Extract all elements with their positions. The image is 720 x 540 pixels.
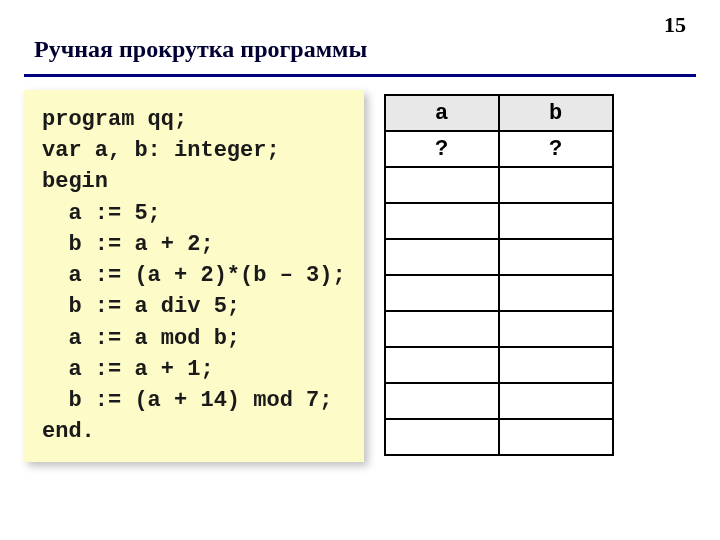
table-row: ??: [385, 131, 613, 167]
code-line: a := a + 1;: [42, 354, 346, 385]
table-header: a: [385, 95, 499, 131]
slide-title: Ручная прокрутка программы: [34, 36, 367, 63]
table-row: [385, 167, 613, 203]
table-cell: [499, 203, 613, 239]
table-cell: [385, 383, 499, 419]
table-cell: [385, 419, 499, 455]
table-row: [385, 239, 613, 275]
code-line: b := a + 2;: [42, 229, 346, 260]
table-cell: [385, 275, 499, 311]
table-row: [385, 311, 613, 347]
table-cell: [499, 167, 613, 203]
code-block: program qq;var a, b: integer;begin a := …: [24, 90, 364, 462]
table-cell: [499, 347, 613, 383]
table-cell: ?: [499, 131, 613, 167]
table-row: [385, 203, 613, 239]
table-cell: ?: [385, 131, 499, 167]
code-line: b := (a + 14) mod 7;: [42, 385, 346, 416]
table-cell: [499, 311, 613, 347]
table-row: [385, 347, 613, 383]
code-line: program qq;: [42, 104, 346, 135]
code-line: begin: [42, 166, 346, 197]
table-cell: [385, 203, 499, 239]
code-line: a := (a + 2)*(b – 3);: [42, 260, 346, 291]
table-cell: [499, 419, 613, 455]
table-cell: [385, 167, 499, 203]
code-line: a := 5;: [42, 198, 346, 229]
table-row: [385, 275, 613, 311]
table-cell: [499, 275, 613, 311]
table-row: [385, 383, 613, 419]
code-line: b := a div 5;: [42, 291, 346, 322]
table-cell: [385, 347, 499, 383]
code-line: a := a mod b;: [42, 323, 346, 354]
trace-table-wrap: ab ??: [384, 90, 696, 520]
table-cell: [499, 383, 613, 419]
title-underline: [24, 74, 696, 77]
table-cell: [385, 311, 499, 347]
page-number: 15: [664, 12, 686, 38]
code-line: var a, b: integer;: [42, 135, 346, 166]
table-cell: [499, 239, 613, 275]
table-row: [385, 419, 613, 455]
table-cell: [385, 239, 499, 275]
trace-table: ab ??: [384, 94, 614, 456]
table-header: b: [499, 95, 613, 131]
code-line: end.: [42, 416, 346, 447]
content-area: program qq;var a, b: integer;begin a := …: [24, 90, 696, 520]
